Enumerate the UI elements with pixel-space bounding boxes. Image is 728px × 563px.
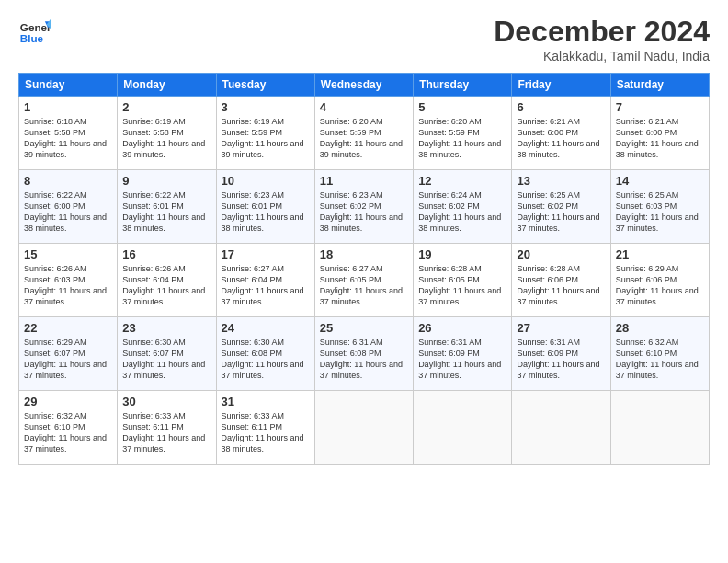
- empty-cell: [414, 391, 512, 465]
- day-cell-30: 30 Sunrise: 6:33 AMSunset: 6:11 PMDaylig…: [118, 391, 216, 465]
- day-number: 12: [418, 174, 506, 188]
- day-cell-1: 1 Sunrise: 6:18 AMSunset: 5:58 PMDayligh…: [19, 97, 118, 170]
- day-number: 8: [24, 174, 112, 188]
- day-number: 17: [222, 247, 310, 261]
- day-number: 23: [122, 321, 210, 335]
- day-number: 19: [418, 247, 506, 261]
- day-info: Sunrise: 6:29 AMSunset: 6:06 PMDaylight:…: [616, 264, 699, 306]
- header-wednesday: Wednesday: [314, 74, 413, 97]
- day-info: Sunrise: 6:28 AMSunset: 6:06 PMDaylight:…: [517, 264, 599, 306]
- day-cell-4: 4 Sunrise: 6:20 AMSunset: 5:59 PMDayligh…: [314, 97, 413, 170]
- day-number: 4: [320, 100, 408, 114]
- day-cell-5: 5 Sunrise: 6:20 AMSunset: 5:59 PMDayligh…: [414, 97, 512, 170]
- day-info: Sunrise: 6:23 AMSunset: 6:01 PMDaylight:…: [222, 190, 304, 233]
- day-cell-29: 29 Sunrise: 6:32 AMSunset: 6:10 PMDaylig…: [19, 391, 118, 465]
- day-number: 18: [320, 247, 408, 261]
- day-cell-19: 19 Sunrise: 6:28 AMSunset: 6:05 PMDaylig…: [414, 244, 512, 317]
- header-saturday: Saturday: [610, 74, 709, 97]
- day-number: 3: [222, 100, 310, 114]
- day-number: 14: [616, 174, 704, 188]
- day-number: 20: [517, 247, 605, 261]
- day-info: Sunrise: 6:22 AMSunset: 6:00 PMDaylight:…: [24, 190, 107, 233]
- day-info: Sunrise: 6:25 AMSunset: 6:02 PMDaylight:…: [517, 190, 599, 233]
- week-row-2: 8 Sunrise: 6:22 AMSunset: 6:00 PMDayligh…: [19, 170, 710, 244]
- day-cell-22: 22 Sunrise: 6:29 AMSunset: 6:07 PMDaylig…: [19, 317, 118, 391]
- day-number: 21: [616, 247, 704, 261]
- day-cell-26: 26 Sunrise: 6:31 AMSunset: 6:09 PMDaylig…: [414, 317, 512, 391]
- day-info: Sunrise: 6:19 AMSunset: 5:59 PMDaylight:…: [222, 117, 304, 159]
- day-cell-14: 14 Sunrise: 6:25 AMSunset: 6:03 PMDaylig…: [610, 170, 709, 244]
- day-cell-21: 21 Sunrise: 6:29 AMSunset: 6:06 PMDaylig…: [610, 244, 709, 317]
- day-info: Sunrise: 6:31 AMSunset: 6:09 PMDaylight:…: [418, 338, 501, 380]
- day-cell-13: 13 Sunrise: 6:25 AMSunset: 6:02 PMDaylig…: [512, 170, 610, 244]
- day-number: 22: [24, 321, 112, 335]
- day-info: Sunrise: 6:28 AMSunset: 6:05 PMDaylight:…: [418, 264, 501, 306]
- day-cell-7: 7 Sunrise: 6:21 AMSunset: 6:00 PMDayligh…: [610, 97, 709, 170]
- day-number: 13: [517, 174, 605, 188]
- day-info: Sunrise: 6:31 AMSunset: 6:08 PMDaylight:…: [320, 338, 403, 380]
- week-row-5: 29 Sunrise: 6:32 AMSunset: 6:10 PMDaylig…: [19, 391, 710, 465]
- day-cell-16: 16 Sunrise: 6:26 AMSunset: 6:04 PMDaylig…: [118, 244, 216, 317]
- day-info: Sunrise: 6:23 AMSunset: 6:02 PMDaylight:…: [320, 190, 403, 233]
- month-title: December 2024: [494, 15, 710, 49]
- day-info: Sunrise: 6:33 AMSunset: 6:11 PMDaylight:…: [222, 411, 304, 454]
- empty-cell: [512, 391, 610, 465]
- empty-cell: [314, 391, 413, 465]
- day-cell-25: 25 Sunrise: 6:31 AMSunset: 6:08 PMDaylig…: [314, 317, 413, 391]
- day-info: Sunrise: 6:20 AMSunset: 5:59 PMDaylight:…: [320, 117, 403, 159]
- header: General Blue December 2024 Kalakkadu, Ta…: [18, 15, 710, 63]
- header-monday: Monday: [118, 74, 216, 97]
- header-row: SundayMondayTuesdayWednesdayThursdayFrid…: [19, 74, 710, 97]
- day-number: 7: [616, 100, 704, 114]
- day-info: Sunrise: 6:30 AMSunset: 6:07 PMDaylight:…: [122, 338, 205, 380]
- subtitle: Kalakkadu, Tamil Nadu, India: [494, 49, 710, 63]
- day-number: 25: [320, 321, 408, 335]
- day-info: Sunrise: 6:30 AMSunset: 6:08 PMDaylight:…: [222, 338, 304, 380]
- logo-icon: General Blue: [18, 15, 51, 48]
- day-cell-2: 2 Sunrise: 6:19 AMSunset: 5:58 PMDayligh…: [118, 97, 216, 170]
- logo: General Blue: [18, 15, 51, 48]
- week-row-4: 22 Sunrise: 6:29 AMSunset: 6:07 PMDaylig…: [19, 317, 710, 391]
- header-thursday: Thursday: [414, 74, 512, 97]
- day-info: Sunrise: 6:33 AMSunset: 6:11 PMDaylight:…: [122, 411, 205, 454]
- day-cell-27: 27 Sunrise: 6:31 AMSunset: 6:09 PMDaylig…: [512, 317, 610, 391]
- day-cell-12: 12 Sunrise: 6:24 AMSunset: 6:02 PMDaylig…: [414, 170, 512, 244]
- day-number: 31: [222, 395, 310, 408]
- day-info: Sunrise: 6:19 AMSunset: 5:58 PMDaylight:…: [122, 117, 205, 159]
- header-tuesday: Tuesday: [216, 74, 314, 97]
- day-number: 6: [517, 100, 605, 114]
- day-cell-9: 9 Sunrise: 6:22 AMSunset: 6:01 PMDayligh…: [118, 170, 216, 244]
- day-number: 30: [122, 395, 210, 408]
- day-cell-24: 24 Sunrise: 6:30 AMSunset: 6:08 PMDaylig…: [216, 317, 314, 391]
- day-cell-31: 31 Sunrise: 6:33 AMSunset: 6:11 PMDaylig…: [216, 391, 314, 465]
- title-block: December 2024 Kalakkadu, Tamil Nadu, Ind…: [494, 15, 710, 63]
- day-cell-23: 23 Sunrise: 6:30 AMSunset: 6:07 PMDaylig…: [118, 317, 216, 391]
- day-number: 27: [517, 321, 605, 335]
- day-number: 1: [24, 100, 112, 114]
- header-friday: Friday: [512, 74, 610, 97]
- day-cell-10: 10 Sunrise: 6:23 AMSunset: 6:01 PMDaylig…: [216, 170, 314, 244]
- day-info: Sunrise: 6:20 AMSunset: 5:59 PMDaylight:…: [418, 117, 501, 159]
- day-info: Sunrise: 6:27 AMSunset: 6:05 PMDaylight:…: [320, 264, 403, 306]
- svg-text:Blue: Blue: [20, 32, 44, 44]
- day-cell-15: 15 Sunrise: 6:26 AMSunset: 6:03 PMDaylig…: [19, 244, 118, 317]
- day-number: 29: [24, 395, 112, 408]
- day-info: Sunrise: 6:25 AMSunset: 6:03 PMDaylight:…: [616, 190, 699, 233]
- day-cell-6: 6 Sunrise: 6:21 AMSunset: 6:00 PMDayligh…: [512, 97, 610, 170]
- day-cell-28: 28 Sunrise: 6:32 AMSunset: 6:10 PMDaylig…: [610, 317, 709, 391]
- day-number: 28: [616, 321, 704, 335]
- day-number: 10: [222, 174, 310, 188]
- day-number: 9: [122, 174, 210, 188]
- day-info: Sunrise: 6:32 AMSunset: 6:10 PMDaylight:…: [24, 411, 107, 454]
- week-row-3: 15 Sunrise: 6:26 AMSunset: 6:03 PMDaylig…: [19, 244, 710, 317]
- day-info: Sunrise: 6:18 AMSunset: 5:58 PMDaylight:…: [24, 117, 107, 159]
- day-number: 5: [418, 100, 506, 114]
- day-number: 15: [24, 247, 112, 261]
- day-info: Sunrise: 6:21 AMSunset: 6:00 PMDaylight:…: [616, 117, 699, 159]
- week-row-1: 1 Sunrise: 6:18 AMSunset: 5:58 PMDayligh…: [19, 97, 710, 170]
- day-info: Sunrise: 6:29 AMSunset: 6:07 PMDaylight:…: [24, 338, 107, 380]
- day-info: Sunrise: 6:24 AMSunset: 6:02 PMDaylight:…: [418, 190, 501, 233]
- day-cell-3: 3 Sunrise: 6:19 AMSunset: 5:59 PMDayligh…: [216, 97, 314, 170]
- calendar-page: General Blue December 2024 Kalakkadu, Ta…: [0, 0, 728, 474]
- empty-cell: [610, 391, 709, 465]
